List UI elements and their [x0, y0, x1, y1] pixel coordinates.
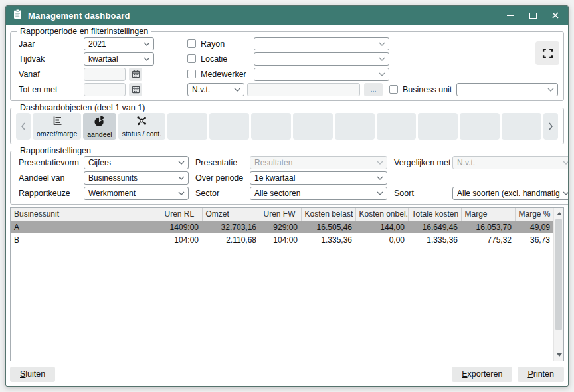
table-cell: 775,32 [461, 233, 515, 246]
table-row-a[interactable]: A 1409:00 32.703,16 929:00 16.505,46 144… [11, 221, 553, 233]
column-header-kosten-belast[interactable]: Kosten belast [301, 208, 355, 221]
column-header-kosten-onbel[interactable]: Kosten onbel. [355, 208, 408, 221]
business-unit-select[interactable] [456, 83, 558, 96]
browse-button[interactable]: ... [364, 83, 383, 96]
dashboard-tab-omzet-marge[interactable]: omzet/marge [33, 113, 81, 140]
presentatie-select: Resultaten [250, 156, 387, 169]
table-cell: A [11, 221, 161, 233]
tot-en-met-date-input [84, 83, 126, 96]
toolbar-slot-empty [167, 113, 207, 140]
dashboard-tab-aandeel[interactable]: aandeel [83, 113, 116, 140]
column-header-totale-kosten[interactable]: Totale kosten [408, 208, 461, 221]
soort-select[interactable]: Alle soorten (excl. handmatig [452, 187, 569, 200]
locatie-label: Locatie [201, 54, 227, 64]
rayon-select[interactable] [254, 37, 389, 50]
dashboard-objects-fieldset: Dashboardobjecten (deel 1 van 1) omzet/m… [10, 103, 564, 144]
table-cell: 36,73 [515, 233, 553, 246]
minimize-button[interactable] [506, 11, 515, 20]
table-cell: 144,00 [355, 221, 408, 233]
sector-select[interactable]: Alle sectoren [250, 187, 387, 200]
column-header-omzet[interactable]: Omzet [202, 208, 260, 221]
table-cell: 1409:00 [161, 221, 202, 233]
tot-en-met-calendar-button[interactable] [129, 83, 142, 96]
results-table-container: Businessunit Uren RL Omzet Uren FW Koste… [10, 207, 564, 361]
scroll-left-button[interactable] [16, 113, 31, 140]
vanaf-calendar-button[interactable] [129, 68, 142, 81]
close-icon[interactable] [551, 11, 560, 20]
tijdvak-select[interactable]: kwartaal [84, 52, 154, 66]
table-cell: B [11, 233, 161, 246]
filter-value-input [247, 83, 360, 96]
titlebar[interactable]: Management dashboard [6, 6, 568, 25]
scrollbar-thumb[interactable] [555, 219, 562, 330]
window-title: Management dashboard [28, 11, 500, 21]
table-cell: 32.703,16 [202, 221, 260, 233]
over-periode-label: Over periode [189, 173, 250, 183]
toolbar-slot-empty [460, 113, 500, 140]
medewerker-checkbox[interactable] [187, 70, 196, 78]
medewerker-select[interactable] [254, 68, 389, 81]
locatie-select[interactable] [254, 52, 389, 66]
filters-fieldset: Rapportperiode en filterinstellingen Jaa… [10, 27, 564, 101]
tot-en-met-label: Tot en met [16, 85, 84, 94]
export-button[interactable]: Exporteren [452, 367, 512, 382]
table-cell: 0,00 [355, 233, 408, 246]
table-cell: 1.335,36 [301, 233, 355, 246]
rayon-checkbox[interactable] [187, 39, 196, 48]
table-cell: 2.110,68 [202, 233, 260, 246]
desktop-background: Management dashboard Rapportperiode en f… [0, 0, 574, 392]
over-periode-select[interactable]: 1e kwartaal [250, 171, 387, 185]
report-settings-fieldset: Rapportinstellingen Presentatievorm Cijf… [10, 146, 569, 205]
table-header-row: Businessunit Uren RL Omzet Uren FW Koste… [11, 208, 553, 221]
maximize-button[interactable] [528, 11, 537, 20]
nvt-filter-select[interactable]: N.v.t. [187, 83, 244, 96]
results-table: Businessunit Uren RL Omzet Uren FW Koste… [11, 208, 553, 246]
dashboard-objects-toolbar: omzet/marge aandeel status / cont. [16, 113, 558, 140]
presentatievorm-select[interactable]: Cijfers [84, 156, 189, 169]
dashboard-tab-status-cont[interactable]: status / cont. [118, 113, 166, 140]
close-button[interactable]: Sluiten [10, 367, 55, 382]
medewerker-check-wrap: Medewerker [187, 70, 254, 79]
presentatievorm-label: Presentatievorm [16, 158, 84, 167]
column-header-marge-pct[interactable]: Marge % [515, 208, 553, 221]
toolbar-slot-empty [293, 113, 333, 140]
vergelijken-met-label: Vergelijken met [387, 158, 452, 167]
vertical-scrollbar[interactable] [553, 208, 563, 361]
aandeel-van-select[interactable]: Businessunits [84, 171, 189, 185]
table-cell: 49,09 [515, 221, 553, 233]
sector-label: Sector [189, 189, 250, 198]
bar-chart-icon [51, 115, 63, 129]
jaar-label: Jaar [16, 39, 84, 49]
fullscreen-button[interactable] [535, 41, 559, 65]
vergelijken-met-select: N.v.t. [452, 156, 569, 169]
toolbar-slot-empty [377, 113, 417, 140]
toolbar-slot-empty [502, 113, 541, 140]
locatie-checkbox[interactable] [187, 54, 196, 63]
aandeel-van-label: Aandeel van [16, 173, 84, 183]
table-cell: 1.335,36 [408, 233, 461, 246]
footer-bar: Sluiten Exporteren Printen [10, 367, 564, 382]
column-header-businessunit[interactable]: Businessunit [11, 208, 161, 221]
toolbar-slot-empty [418, 113, 458, 140]
business-unit-checkbox[interactable] [389, 85, 398, 94]
scroll-up-arrow-icon[interactable] [554, 209, 564, 219]
table-row-b[interactable]: B 104:00 2.110,68 104:00 1.335,36 0,00 1… [11, 233, 553, 246]
print-button[interactable]: Printen [518, 367, 564, 382]
scroll-right-button[interactable] [543, 113, 558, 140]
rayon-label: Rayon [201, 39, 225, 49]
table-cell: 104:00 [260, 233, 301, 246]
jaar-select[interactable]: 2021 [84, 37, 154, 50]
table-cell: 104:00 [161, 233, 202, 246]
column-header-uren-fw[interactable]: Uren FW [260, 208, 301, 221]
scroll-down-arrow-icon[interactable] [554, 350, 564, 360]
report-settings-legend: Rapportinstellingen [17, 146, 94, 155]
rapportkeuze-label: Rapportkeuze [16, 189, 84, 198]
column-header-uren-rl[interactable]: Uren RL [161, 208, 202, 221]
column-header-marge[interactable]: Marge [461, 208, 515, 221]
presentatie-label: Presentatie [189, 158, 250, 167]
rapportkeuze-select[interactable]: Werkmoment [84, 187, 189, 200]
toolbar-slot-empty [251, 113, 291, 140]
dialog-content: Rapportperiode en filterinstellingen Jaa… [6, 25, 568, 386]
pie-chart-icon [94, 115, 106, 130]
table-cell: 16.053,70 [461, 221, 515, 233]
